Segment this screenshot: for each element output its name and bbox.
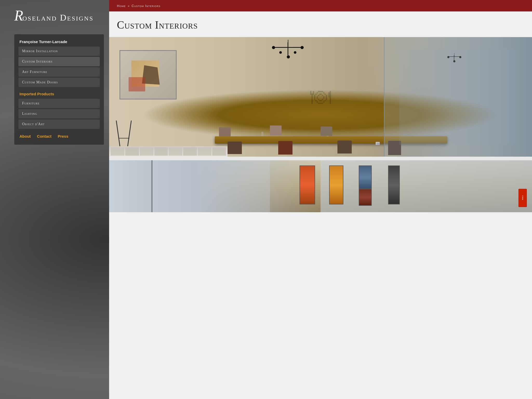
scene-container xyxy=(109,37,532,157)
bulb-g-1 xyxy=(447,56,449,58)
contact-link[interactable]: Contact xyxy=(37,134,51,138)
fire-sign-text: FIRE xyxy=(522,196,523,200)
chandelier xyxy=(270,40,306,63)
image-gap xyxy=(109,157,532,160)
radiator xyxy=(109,146,228,157)
sidebar-footer: About Contact Press xyxy=(18,134,100,138)
easel-crossbar xyxy=(119,138,129,138)
glass-partition xyxy=(384,37,532,157)
bulb-1 xyxy=(272,46,275,49)
content-area: Custom Interiors xyxy=(109,11,532,399)
fin-3 xyxy=(140,147,154,156)
dining-room-image xyxy=(109,37,532,157)
bulb-g-2 xyxy=(459,56,461,58)
bulb-3 xyxy=(287,55,290,58)
chandelier-through-glass xyxy=(447,53,462,63)
about-link[interactable]: About xyxy=(19,134,31,138)
nav-custom-interiors[interactable]: Custom Interiors xyxy=(18,57,100,66)
second-image-wrap: FIRE xyxy=(109,160,532,212)
breadcrumb-home[interactable]: Home xyxy=(117,4,126,8)
panel-orange xyxy=(329,165,343,204)
bulb-4 xyxy=(279,51,282,54)
outlet-slot-1 xyxy=(377,143,378,145)
easel xyxy=(117,112,132,146)
fin-4 xyxy=(154,147,168,156)
chair-back-1 xyxy=(219,127,231,136)
outlet-slot-2 xyxy=(378,143,379,145)
candle-1 xyxy=(261,132,263,136)
easel-leg-1 xyxy=(116,121,120,146)
panel-darkred xyxy=(359,189,372,206)
breadcrumb-separator: » xyxy=(128,4,130,8)
bulb-g-3 xyxy=(453,60,455,62)
main-image-wrap xyxy=(109,37,532,157)
page-title: Custom Interiors xyxy=(117,19,524,31)
imported-products-title: Imported Products xyxy=(18,92,100,96)
bulb-2 xyxy=(301,46,304,49)
breadcrumb-bar: Home » Custom Interiors xyxy=(109,0,532,11)
fin-6 xyxy=(183,147,197,156)
second-image-bg xyxy=(321,160,532,212)
nav-art-furniture[interactable]: Art Furniture xyxy=(18,67,100,77)
bulb-5 xyxy=(294,51,296,54)
fire-extinguisher-sign: FIRE xyxy=(518,189,527,207)
panel-blue xyxy=(359,165,372,189)
chair-front-3 xyxy=(337,141,352,154)
page-title-area: Custom Interiors xyxy=(109,11,532,37)
imported-nav-group: Furniture Lighting Object d'Art xyxy=(18,99,100,129)
panel-dark xyxy=(388,165,400,204)
breadcrumb-current: Custom Interiors xyxy=(131,4,160,8)
glass-interior xyxy=(399,49,517,145)
main-content: Home » Custom Interiors Custom Interiors xyxy=(109,0,532,399)
francoise-section-title: Françoise Turner-Larcade xyxy=(18,39,100,44)
chandelier2-arm xyxy=(448,56,461,57)
wall-outlet xyxy=(376,142,380,145)
press-link[interactable]: Press xyxy=(58,134,68,138)
site-logo[interactable]: Roseland Designs xyxy=(14,8,104,24)
nav-custom-made-doors[interactable]: Custom Made Doors xyxy=(18,78,100,87)
chandelier-arm-v xyxy=(288,42,288,55)
francoise-nav-group: Mirror Installation Custom Interiors Art… xyxy=(18,46,100,87)
fin-7 xyxy=(198,147,211,156)
second-image: FIRE xyxy=(109,160,532,212)
nav-object-dart[interactable]: Object d'Art xyxy=(18,119,100,129)
nav-lighting[interactable]: Lighting xyxy=(18,109,100,118)
fin-1 xyxy=(111,147,124,156)
logo-r: R xyxy=(14,8,23,24)
chair-back-2 xyxy=(270,125,282,135)
chandelier2-arm2 xyxy=(454,55,454,61)
fin-2 xyxy=(125,147,139,156)
artwork-patch-3 xyxy=(129,77,145,91)
easel-leg-2 xyxy=(127,121,132,146)
sidebar-nav-box: Françoise Turner-Larcade Mirror Installa… xyxy=(14,34,104,145)
fin-5 xyxy=(169,147,182,156)
chair-back-3 xyxy=(321,127,332,136)
nav-mirror-installation[interactable]: Mirror Installation xyxy=(18,46,100,56)
nav-furniture[interactable]: Furniture xyxy=(18,99,100,108)
fin-8 xyxy=(212,147,226,156)
radiator-fins xyxy=(109,146,228,157)
artwork xyxy=(119,50,177,99)
panel-red xyxy=(300,165,315,204)
chair-front-2 xyxy=(278,141,292,155)
sidebar: Roseland Designs Françoise Turner-Larcad… xyxy=(0,0,109,399)
logo-text: oseland Designs xyxy=(22,13,94,22)
window-glass xyxy=(151,160,270,212)
chair-front-1 xyxy=(228,142,242,154)
